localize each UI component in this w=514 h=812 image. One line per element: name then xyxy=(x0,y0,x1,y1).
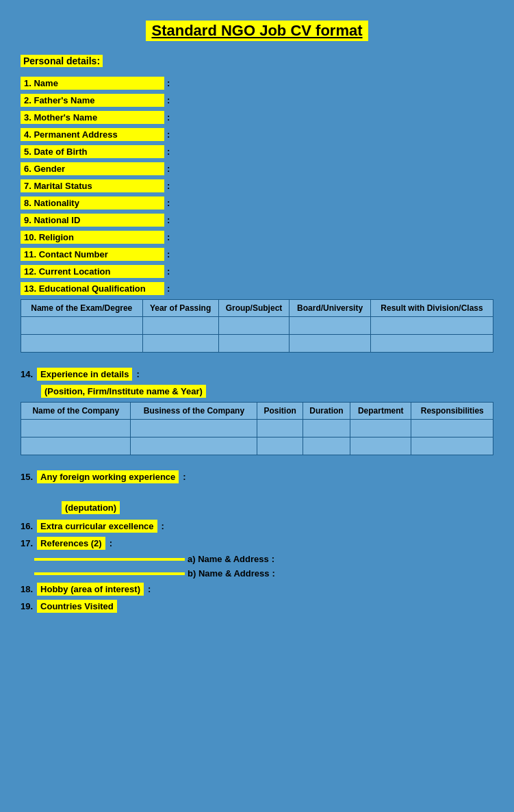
field-label-permanent-address: 4. Permanent Address xyxy=(21,128,164,141)
colon-current-location: : xyxy=(167,266,170,277)
colon-mothers-name: : xyxy=(167,112,170,123)
colon-fathers-name: : xyxy=(167,95,170,105)
field-label-hobby-num: 18. xyxy=(21,584,37,594)
exp-col-company: Name of the Company xyxy=(21,403,131,420)
field-row-marital-status: 7. Marital Status : xyxy=(21,179,493,192)
field-row-educational-qual: 13. Educational Qualification : xyxy=(21,282,493,295)
ref-b-prefix: b) Name & Address xyxy=(188,568,269,579)
field-row-mothers-name: 3. Mother's Name : xyxy=(21,111,493,124)
field-row-current-location: 12. Current Location : xyxy=(21,265,493,278)
edu-col-exam: Name of the Exam/Degree xyxy=(21,300,143,317)
field-row-contact-number: 11. Contact Number : xyxy=(21,248,493,261)
field-label-contact-number: 11. Contact Number xyxy=(21,248,164,261)
edu-col-board: Board/University xyxy=(290,300,371,317)
field-label-foreign-exp-num: 15. xyxy=(21,472,37,482)
exp-col-responsibilities: Responsibilities xyxy=(411,403,493,420)
field-label-experience-num: 14. xyxy=(21,369,37,379)
experience-sublabel: (Position, Firm/Institute name & Year) xyxy=(41,385,206,398)
colon-name: : xyxy=(167,78,170,88)
ref-a-label xyxy=(34,558,185,561)
field-row-countries: 19. Countries Visited xyxy=(21,600,493,613)
field-row-foreign-exp: 15. Any foreign working experience : xyxy=(21,470,493,483)
colon-marital-status: : xyxy=(167,181,170,191)
colon-religion: : xyxy=(167,232,170,242)
experience-sublabel-row: (Position, Firm/Institute name & Year) xyxy=(21,385,493,398)
page-title: Standard NGO Job CV format xyxy=(146,21,368,41)
field-label-dob: 5. Date of Birth xyxy=(21,145,164,158)
field-row-hobby: 18. Hobby (area of interest) : xyxy=(21,583,493,596)
field-row-name: 1. Name : xyxy=(21,77,493,90)
field-label-foreign-exp: Any foreign working experience xyxy=(37,470,179,483)
field-label-references: References (2) xyxy=(37,537,105,550)
educational-table: Name of the Exam/Degree Year of Passing … xyxy=(21,299,493,353)
field-row-extra-curricular: 16. Extra curricular excellence : xyxy=(21,520,493,533)
ref-b-row: b) Name & Address : xyxy=(21,568,493,579)
field-label-religion: 10. Religion xyxy=(21,231,164,244)
table-row xyxy=(21,317,493,335)
colon-dob: : xyxy=(167,147,170,157)
field-label-experience: Experience in details xyxy=(37,368,132,381)
experience-table: Name of the Company Business of the Comp… xyxy=(21,402,493,455)
field-label-name: 1. Name xyxy=(21,77,164,90)
field-label-extra-num: 16. xyxy=(21,521,37,531)
field-label-extra-curricular: Extra curricular excellence xyxy=(37,520,157,533)
ref-a-row: a) Name & Address : xyxy=(21,554,493,564)
field-row-dob: 5. Date of Birth : xyxy=(21,145,493,158)
table-row xyxy=(21,335,493,353)
colon-extra-curricular: : xyxy=(162,521,164,531)
field-row-experience: 14. Experience in details : xyxy=(21,368,493,381)
field-label-nationality: 8. Nationality xyxy=(21,196,164,210)
colon-foreign-exp: : xyxy=(183,472,185,482)
field-label-gender: 6. Gender xyxy=(21,162,164,175)
table-row xyxy=(21,437,493,455)
exp-col-department: Department xyxy=(350,403,411,420)
field-label-mothers-name: 3. Mother's Name xyxy=(21,111,164,124)
edu-col-group: Group/Subject xyxy=(218,300,290,317)
deputation-row: (deputation) xyxy=(21,501,493,514)
exp-col-business: Business of the Company xyxy=(131,403,257,420)
colon-educational-qual: : xyxy=(167,283,170,294)
deputation-label: (deputation) xyxy=(62,501,120,514)
colon-national-id: : xyxy=(167,215,170,225)
colon-gender: : xyxy=(167,164,170,174)
table-row xyxy=(21,420,493,437)
colon-contact-number: : xyxy=(167,249,170,259)
field-row-gender: 6. Gender : xyxy=(21,162,493,175)
personal-details-header: Personal details: xyxy=(21,55,103,67)
exp-col-duration: Duration xyxy=(303,403,350,420)
field-label-fathers-name: 2. Father's Name xyxy=(21,94,164,107)
ref-a-prefix: a) Name & Address xyxy=(188,554,269,564)
field-label-marital-status: 7. Marital Status xyxy=(21,179,164,192)
colon-permanent-address: : xyxy=(167,129,170,140)
field-row-religion: 10. Religion : xyxy=(21,231,493,244)
ref-b-label xyxy=(34,572,185,575)
field-label-countries-num: 19. xyxy=(21,601,37,611)
colon-experience: : xyxy=(136,369,139,379)
edu-col-year: Year of Passing xyxy=(142,300,218,317)
field-label-national-id: 9. National ID xyxy=(21,214,164,227)
colon-nationality: : xyxy=(167,198,170,208)
colon-ref-a: : xyxy=(272,554,274,564)
exp-col-position: Position xyxy=(257,403,303,420)
field-label-educational-qual: 13. Educational Qualification xyxy=(21,282,164,295)
field-row-fathers-name: 2. Father's Name : xyxy=(21,94,493,107)
field-row-references: 17. References (2) : xyxy=(21,537,493,550)
colon-hobby: : xyxy=(148,584,151,594)
field-row-permanent-address: 4. Permanent Address : xyxy=(21,128,493,141)
field-row-national-id: 9. National ID : xyxy=(21,214,493,227)
colon-references: : xyxy=(110,538,112,548)
edu-col-result: Result with Division/Class xyxy=(370,300,493,317)
field-label-current-location: 12. Current Location xyxy=(21,265,164,278)
field-row-nationality: 8. Nationality : xyxy=(21,196,493,210)
field-label-hobby: Hobby (area of interest) xyxy=(37,583,144,596)
field-label-references-num: 17. xyxy=(21,538,37,548)
colon-ref-b: : xyxy=(272,568,274,579)
field-label-countries: Countries Visited xyxy=(37,600,117,613)
